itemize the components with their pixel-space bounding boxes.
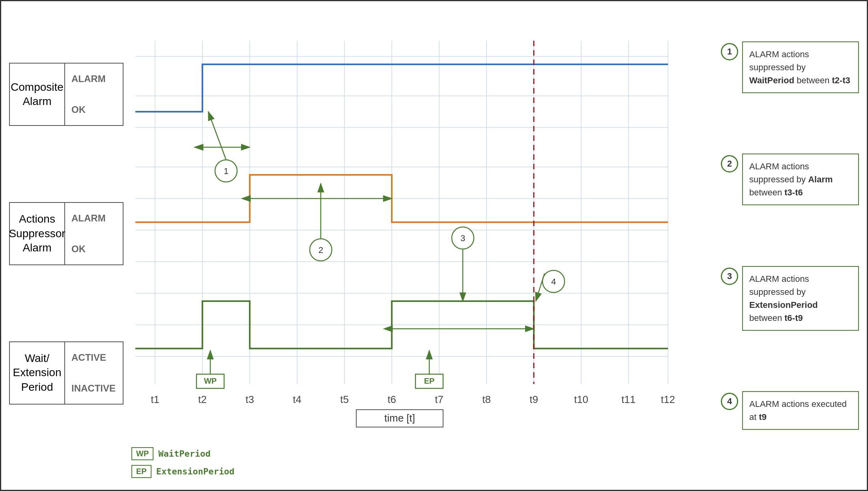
- svg-text:t11: t11: [621, 394, 636, 405]
- svg-text:1: 1: [224, 166, 228, 176]
- chart-svg: .grid-line { stroke: #c8d8e8; stroke-wid…: [123, 17, 700, 435]
- svg-text:t5: t5: [340, 394, 349, 405]
- svg-text:WP: WP: [204, 377, 217, 385]
- svg-line-29: [208, 112, 226, 160]
- annotation-box-4: ALARM actions executed at t9: [742, 391, 859, 430]
- composite-alarm-name: Composite Alarm: [10, 64, 65, 125]
- annotation-circle-2: 2: [721, 155, 738, 172]
- svg-text:t12: t12: [661, 394, 675, 405]
- annotation-1-range: t2-t3: [832, 75, 850, 85]
- annotation-circle-1: 1: [721, 43, 738, 60]
- annotation-item-2: 2 ALARM actions suppressed by Alarm betw…: [721, 154, 859, 205]
- wait-extension-label: Wait/ Extension Period ACTIVE INACTIVE: [9, 341, 123, 405]
- legend: WP WaitPeriod EP ExtensionPeriod: [131, 447, 234, 478]
- annotation-item-3: 3 ALARM actions suppressed by ExtensionP…: [721, 266, 859, 331]
- svg-text:time [t]: time [t]: [384, 412, 415, 424]
- legend-text-wp: WaitPeriod: [158, 449, 210, 459]
- svg-text:t3: t3: [245, 394, 254, 405]
- svg-text:t2: t2: [198, 394, 207, 405]
- legend-item-ep: EP ExtensionPeriod: [131, 465, 234, 478]
- svg-text:4: 4: [551, 277, 556, 287]
- actions-suppressor-state-alarm: ALARM: [71, 213, 106, 224]
- svg-text:t6: t6: [387, 394, 396, 405]
- annotation-item-4: 4 ALARM actions executed at t9: [721, 391, 859, 430]
- legend-text-ep: ExtensionPeriod: [156, 467, 235, 476]
- legend-badge-wp: WP: [131, 447, 153, 460]
- composite-alarm-state-ok: OK: [71, 104, 106, 115]
- composite-alarm-states: ALARM OK: [65, 64, 112, 125]
- annotation-box-1: ALARM actions suppressed by WaitPeriod b…: [742, 41, 859, 93]
- annotation-1-bold: WaitPeriod: [749, 75, 794, 85]
- wait-extension-state-active: ACTIVE: [71, 352, 116, 363]
- left-labels: Composite Alarm ALARM OK Actions Suppres…: [1, 1, 123, 490]
- svg-text:2: 2: [318, 245, 323, 255]
- svg-text:t8: t8: [482, 394, 491, 405]
- legend-item-wp: WP WaitPeriod: [131, 447, 234, 460]
- annotation-circle-4: 4: [721, 393, 738, 410]
- actions-suppressor-label: Actions Suppressor Alarm ALARM OK: [9, 202, 123, 265]
- annotation-4-range: t9: [759, 412, 767, 422]
- right-annotations: 1 ALARM actions suppressed by WaitPeriod…: [717, 1, 867, 490]
- main-container: Composite Alarm ALARM OK Actions Suppres…: [0, 0, 868, 491]
- annotation-3-bold: ExtensionPeriod: [749, 300, 818, 310]
- svg-text:EP: EP: [424, 377, 435, 385]
- annotation-3-range: t6-t9: [784, 313, 803, 323]
- svg-line-40: [536, 274, 544, 301]
- svg-text:t4: t4: [293, 394, 301, 405]
- annotation-2-range: t3-t6: [784, 187, 803, 197]
- wait-extension-name: Wait/ Extension Period: [10, 342, 65, 404]
- annotation-box-3: ALARM actions suppressed by ExtensionPer…: [742, 266, 859, 331]
- annotation-2-bold: Alarm: [808, 174, 832, 184]
- annotation-circle-3: 3: [721, 268, 738, 285]
- actions-suppressor-states: ALARM OK: [65, 203, 112, 264]
- svg-text:t9: t9: [529, 394, 538, 405]
- svg-text:t1: t1: [151, 394, 159, 405]
- actions-suppressor-name: Actions Suppressor Alarm: [10, 203, 65, 264]
- wait-extension-state-inactive: INACTIVE: [71, 383, 116, 394]
- wait-extension-states: ACTIVE INACTIVE: [65, 342, 122, 404]
- annotation-box-2: ALARM actions suppressed by Alarm betwee…: [742, 154, 859, 205]
- composite-alarm-state-alarm: ALARM: [71, 73, 106, 84]
- svg-text:t10: t10: [574, 394, 588, 405]
- actions-suppressor-state-ok: OK: [71, 244, 106, 255]
- composite-alarm-label: Composite Alarm ALARM OK: [9, 63, 123, 126]
- chart-area: .grid-line { stroke: #c8d8e8; stroke-wid…: [123, 1, 717, 490]
- svg-text:t7: t7: [435, 394, 443, 405]
- annotation-item-1: 1 ALARM actions suppressed by WaitPeriod…: [721, 41, 859, 93]
- svg-text:3: 3: [460, 233, 465, 243]
- legend-badge-ep: EP: [131, 465, 152, 478]
